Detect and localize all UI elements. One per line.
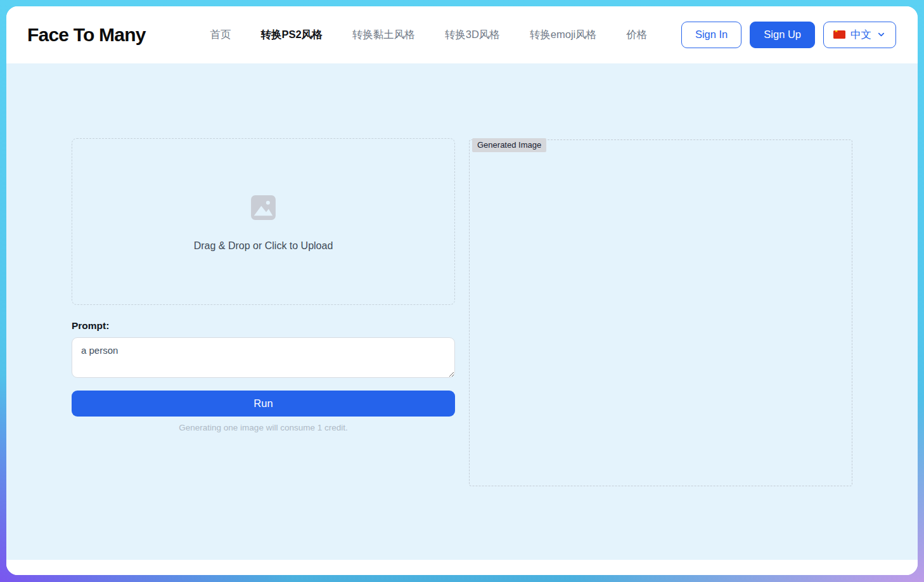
run-button[interactable]: Run (72, 391, 455, 417)
sign-in-button[interactable]: Sign In (681, 22, 741, 48)
main-nav: 首页 转换PS2风格 转换黏土风格 转换3D风格 转换emoji风格 价格 (210, 28, 648, 42)
logo[interactable]: Face To Many (27, 24, 146, 46)
header-actions: Sign In Sign Up 中文 (681, 22, 896, 48)
upload-label: Drag & Drop or Click to Upload (194, 240, 333, 252)
header: Face To Many 首页 转换PS2风格 转换黏土风格 转换3D风格 转换… (6, 6, 918, 63)
output-column: Generated Image (469, 138, 852, 486)
main-area: Drag & Drop or Click to Upload Prompt: a… (6, 63, 918, 560)
input-column: Drag & Drop or Click to Upload Prompt: a… (72, 138, 455, 486)
app-card: Face To Many 首页 转换PS2风格 转换黏土风格 转换3D风格 转换… (6, 6, 918, 575)
prompt-label: Prompt: (72, 320, 455, 332)
sign-up-button[interactable]: Sign Up (750, 22, 815, 48)
language-selector[interactable]: 中文 (823, 22, 896, 48)
nav-item-home[interactable]: 首页 (210, 28, 231, 42)
generated-image-box: Generated Image (469, 139, 852, 486)
generated-image-label: Generated Image (472, 138, 546, 152)
credit-note: Generating one image will consume 1 cred… (72, 423, 455, 432)
image-placeholder-icon (248, 192, 279, 223)
chevron-down-icon (876, 30, 886, 39)
nav-item-clay-style[interactable]: 转换黏土风格 (352, 28, 415, 42)
content: Drag & Drop or Click to Upload Prompt: a… (72, 63, 852, 486)
prompt-input[interactable]: a person (72, 337, 455, 378)
nav-item-ps2-style[interactable]: 转换PS2风格 (261, 28, 323, 42)
footer-spacer (6, 560, 918, 575)
china-flag-icon (833, 30, 845, 39)
language-label: 中文 (850, 29, 871, 41)
upload-dropzone[interactable]: Drag & Drop or Click to Upload (72, 138, 455, 305)
nav-item-emoji-style[interactable]: 转换emoji风格 (530, 28, 596, 42)
nav-item-3d-style[interactable]: 转换3D风格 (445, 28, 500, 42)
nav-item-pricing[interactable]: 价格 (626, 28, 647, 42)
